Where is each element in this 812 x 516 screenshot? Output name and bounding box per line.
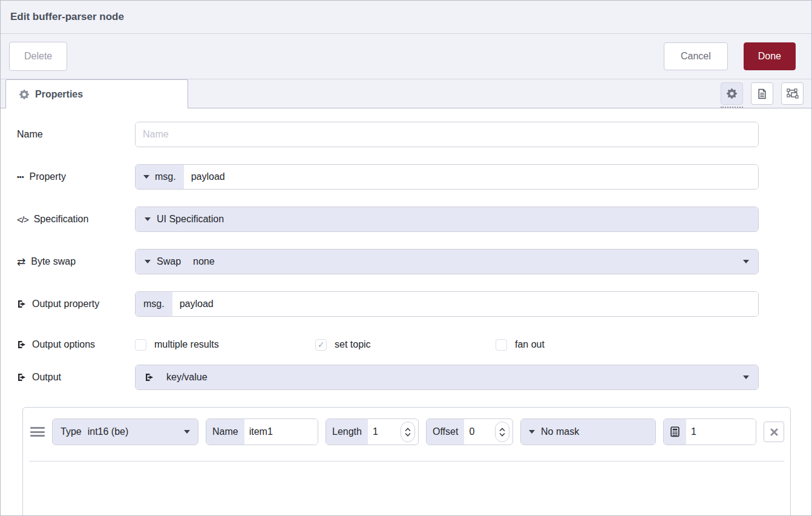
item-type-select[interactable]: Type int16 (be) bbox=[53, 419, 198, 445]
property-type-label: msg. bbox=[155, 171, 176, 182]
option-set-topic: ✓ set topic bbox=[315, 339, 496, 351]
delete-button[interactable]: Delete bbox=[9, 42, 67, 71]
item-type-value: int16 (be) bbox=[88, 426, 129, 437]
byte-swap-row: ⇄ Byte swap Swap none bbox=[17, 249, 811, 274]
specification-label: Specification bbox=[34, 214, 89, 225]
chevron-down-icon bbox=[529, 430, 535, 434]
length-stepper[interactable] bbox=[401, 422, 415, 442]
item-name-input[interactable] bbox=[244, 419, 318, 445]
remove-item-button[interactable] bbox=[764, 422, 784, 442]
tab-actions bbox=[721, 82, 804, 105]
item-row: Type int16 (be) Name Length bbox=[23, 408, 790, 445]
chevron-down-icon bbox=[143, 175, 149, 179]
byte-swap-prefix: Swap bbox=[157, 256, 181, 267]
name-label-group: Name bbox=[17, 129, 135, 140]
output-property-prefix-label: msg. bbox=[143, 299, 165, 309]
output-options-group: multiple results ✓ set topic fan out bbox=[135, 339, 676, 351]
chevron-down-icon bbox=[743, 375, 749, 379]
byte-swap-value: none bbox=[193, 256, 215, 267]
output-field: key/value bbox=[135, 365, 759, 390]
item-divider bbox=[29, 461, 784, 461]
item-offset-prefix: Offset bbox=[427, 419, 464, 445]
output-row: Output key/value bbox=[17, 365, 811, 390]
name-label: Name bbox=[17, 129, 43, 140]
output-options-label-group: Output options bbox=[17, 339, 135, 350]
item-scale-input[interactable] bbox=[686, 419, 756, 445]
sign-out-icon bbox=[145, 372, 154, 382]
item-length-prefix: Length bbox=[326, 419, 368, 445]
property-type-button[interactable]: msg. bbox=[136, 165, 184, 189]
sign-out-icon bbox=[17, 340, 27, 349]
sign-out-icon bbox=[17, 299, 27, 309]
output-property-input[interactable] bbox=[172, 292, 758, 316]
calculator-icon bbox=[664, 419, 686, 445]
set-topic-label: set topic bbox=[335, 339, 371, 350]
output-label-group: Output bbox=[17, 372, 135, 383]
specification-row: </> Specification UI Specification bbox=[17, 207, 811, 232]
specification-label-group: </> Specification bbox=[17, 214, 135, 225]
sign-out-icon bbox=[17, 372, 27, 382]
tab-properties-label: Properties bbox=[35, 89, 83, 100]
property-label: Property bbox=[30, 171, 66, 182]
properties-form: Name ••• Property msg. </> bbox=[1, 108, 811, 516]
appearance-button[interactable] bbox=[781, 82, 804, 105]
output-property-label: Output property bbox=[32, 299, 99, 309]
item-length-input[interactable] bbox=[368, 419, 401, 445]
output-property-row: Output property msg. bbox=[17, 291, 811, 317]
byte-swap-select[interactable]: Swap none bbox=[136, 250, 758, 274]
option-multiple-results: multiple results bbox=[135, 339, 315, 351]
output-select[interactable]: key/value bbox=[136, 365, 758, 389]
byte-swap-label: Byte swap bbox=[31, 256, 76, 267]
chevron-down-icon bbox=[145, 217, 151, 221]
property-row: ••• Property msg. bbox=[17, 164, 811, 190]
item-offset-field: Offset bbox=[426, 418, 513, 445]
name-row: Name bbox=[17, 122, 811, 147]
output-property-prefix: msg. bbox=[136, 292, 172, 316]
item-scale-field bbox=[663, 418, 756, 445]
tab-bar: Properties bbox=[1, 79, 811, 108]
edit-properties-button[interactable] bbox=[721, 82, 743, 105]
byte-swap-field: Swap none bbox=[135, 249, 759, 274]
item-type-label: Type bbox=[61, 426, 82, 437]
item-name-field: Name bbox=[206, 418, 318, 445]
code-icon: </> bbox=[17, 214, 28, 225]
fan-out-label: fan out bbox=[515, 339, 545, 350]
description-button[interactable] bbox=[751, 82, 773, 105]
item-mask-field: No mask bbox=[520, 418, 656, 445]
dialog-header: Edit buffer-parser node bbox=[1, 1, 811, 34]
offset-stepper[interactable] bbox=[495, 422, 509, 442]
property-label-group: ••• Property bbox=[17, 171, 135, 182]
property-input[interactable] bbox=[184, 165, 758, 189]
item-length-field: Length bbox=[326, 418, 419, 445]
chevron-down-icon bbox=[743, 260, 749, 263]
name-input[interactable] bbox=[136, 122, 758, 147]
output-label: Output bbox=[32, 372, 61, 383]
multiple-results-label: multiple results bbox=[154, 339, 219, 350]
output-options-label: Output options bbox=[32, 339, 95, 350]
swap-arrows-icon: ⇄ bbox=[17, 256, 25, 268]
item-mask-value: No mask bbox=[541, 426, 579, 437]
item-name-prefix: Name bbox=[206, 419, 244, 445]
ellipsis-icon: ••• bbox=[17, 173, 24, 180]
close-icon bbox=[770, 428, 778, 436]
specification-value: UI Specification bbox=[157, 214, 224, 225]
item-type-field: Type int16 (be) bbox=[52, 418, 198, 445]
multiple-results-checkbox[interactable] bbox=[135, 339, 146, 351]
chevron-down-icon bbox=[145, 260, 151, 263]
tab-properties[interactable]: Properties bbox=[5, 79, 188, 108]
done-button[interactable]: Done bbox=[744, 42, 796, 70]
dialog-title: Edit buffer-parser node bbox=[10, 11, 124, 23]
set-topic-checkbox[interactable]: ✓ bbox=[315, 339, 327, 351]
selection-group-icon bbox=[787, 88, 799, 99]
dialog-toolbar: Delete Cancel Done bbox=[1, 34, 811, 79]
option-fan-out: fan out bbox=[496, 339, 676, 351]
cancel-button[interactable]: Cancel bbox=[664, 42, 728, 70]
edit-node-dialog: Edit buffer-parser node Delete Cancel Do… bbox=[0, 0, 812, 516]
byte-swap-label-group: ⇄ Byte swap bbox=[17, 256, 135, 268]
item-offset-input[interactable] bbox=[464, 419, 495, 445]
specification-select[interactable]: UI Specification bbox=[136, 207, 758, 231]
items-list: Type int16 (be) Name Length bbox=[22, 407, 791, 516]
item-mask-select[interactable]: No mask bbox=[521, 419, 655, 445]
fan-out-checkbox[interactable] bbox=[496, 339, 507, 351]
drag-handle-icon[interactable] bbox=[30, 427, 45, 437]
